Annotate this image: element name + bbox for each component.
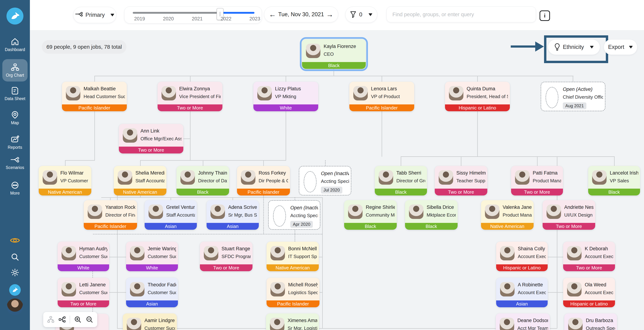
ethnicity-band: White xyxy=(126,264,178,271)
export-button[interactable]: Export xyxy=(604,39,637,55)
sidebar-item-map[interactable]: Map xyxy=(0,110,30,125)
open-position-card[interactable]: Open (Inactive)Accting SpecialistJul 202… xyxy=(299,166,351,196)
avatar xyxy=(130,282,144,296)
sidebar-item-dashboard[interactable]: Dashboard xyxy=(0,37,30,52)
sidebar-item-org-chart[interactable]: Org Chart xyxy=(0,63,30,78)
person-card[interactable]: Shelia MereditheStaff AccountantNative A… xyxy=(114,166,166,196)
person-name: Open (Inactive) xyxy=(290,205,318,211)
person-card[interactable]: Hyman AudryeCustomer Succes...White xyxy=(58,242,109,271)
person-card[interactable]: Sissy HimelmanTeacher Support ...Two or … xyxy=(435,166,487,196)
person-card[interactable]: Bonni McNellyIT Support Specia...Native … xyxy=(266,242,319,271)
person-card[interactable]: Lizzy PlatusVP MktingWhite xyxy=(254,82,318,111)
person-card[interactable]: Yanaton RockieDirector of FinancePacific… xyxy=(84,200,137,230)
connector-line xyxy=(190,76,190,82)
person-card[interactable]: Letti JaneneCustomer Succes...Two or Mor… xyxy=(58,278,109,307)
person-card[interactable]: Elwira ZonnyaVice President of FinanceTw… xyxy=(158,82,222,111)
sidebar-item-data-sheet[interactable]: Data Sheet xyxy=(0,86,30,101)
sidebar-settings[interactable] xyxy=(0,268,30,277)
person-card[interactable]: Patti FatmaProduct ManagerTwo or More xyxy=(511,166,563,196)
ethnicity-band: Two or More xyxy=(435,189,487,196)
person-card[interactable]: Ann LinkOffice Mgr/Exec AssistTwo or Mor… xyxy=(119,124,183,153)
timeline-tick: 2020 xyxy=(163,16,174,22)
person-name: Stuart Range xyxy=(222,246,251,252)
ethnicity-band: Black xyxy=(302,62,366,69)
person-card[interactable]: Jemie WaringCustomer Succes...White xyxy=(126,242,178,271)
person-card[interactable]: Shaina CollyAccount ExecutiveHispanic or… xyxy=(496,242,548,271)
avatar xyxy=(409,205,424,219)
person-card[interactable]: Deane DodsonAcct Mgr Team Le... xyxy=(496,313,550,330)
person-title: Account Executive xyxy=(585,290,613,295)
chart-view-toolbar[interactable] xyxy=(43,312,97,327)
person-name: Hyman Audrye xyxy=(79,246,107,252)
person-card[interactable]: Lancelot IrishVP SalesBlack xyxy=(588,166,640,196)
filter-dropdown[interactable]: 0 xyxy=(345,7,377,23)
person-card[interactable]: Gretel VenturaStaff AccountantAsian xyxy=(144,200,197,230)
app-logo[interactable] xyxy=(6,8,24,25)
ethnicity-band: Pacific Islander xyxy=(237,189,290,196)
prev-day-button[interactable]: ← xyxy=(269,11,276,18)
scenario-selector[interactable]: Primary xyxy=(73,7,116,23)
ethnicity-dropdown-button[interactable]: Ethnicity xyxy=(548,39,600,55)
sidebar-item-reports[interactable]: Reports xyxy=(0,135,30,150)
next-day-button[interactable]: → xyxy=(326,11,333,18)
person-card[interactable]: Johnny ThaineDirector of DataBlack xyxy=(176,166,229,196)
avatar xyxy=(270,318,284,330)
tree-horizontal-icon[interactable] xyxy=(58,316,66,323)
person-card[interactable]: Valenka JanetProduct ManagerNative Ameri… xyxy=(481,200,534,230)
info-button[interactable]: i xyxy=(540,11,550,21)
person-card[interactable]: Flo WilmarVP Customer Suc...Native Ameri… xyxy=(39,166,91,196)
open-position-card[interactable]: Open (Inactive)Accting SpecialistApr 202… xyxy=(268,200,320,230)
ethnicity-band: Pacific Islander xyxy=(84,223,137,230)
connector-line xyxy=(110,197,110,200)
person-card[interactable]: Dru BarbozaOutreach Speciali... xyxy=(564,313,617,330)
search-placeholder: Find people, groups, or enter query xyxy=(392,12,474,18)
person-name: Quinta Duma xyxy=(466,86,508,92)
current-date-label[interactable]: Tue, Nov 30, 2021 xyxy=(278,11,324,18)
connector-line xyxy=(118,257,126,257)
person-card[interactable]: Aamir LindgrenCustomer Succes... xyxy=(123,313,177,330)
timeline-progress[interactable] xyxy=(220,12,254,14)
person-card[interactable]: Adena ScrivensSr Mgr, Bus SysAsian xyxy=(206,200,259,230)
people-count-badge: 69 people, 9 open jobs, 78 total xyxy=(42,40,126,54)
person-name: Kayla Fiorenze xyxy=(324,44,364,49)
person-card[interactable]: Ola WeedAccount ExecutiveHispanic or Lat… xyxy=(563,278,615,307)
person-card[interactable]: Sibella DriceMktplace Ecomm...Black xyxy=(405,200,458,230)
avatar xyxy=(439,170,453,185)
watching-indicator[interactable] xyxy=(0,236,30,245)
sidebar-item-scenarios[interactable]: Scenarios xyxy=(0,156,30,170)
person-card[interactable]: Theodor FaddenCustomer Succes...Asian xyxy=(126,278,178,307)
connector-line xyxy=(286,76,286,82)
zoom-in-icon[interactable] xyxy=(74,315,82,323)
person-card[interactable]: Stuart RangeSFDC ProgrammerTwo or More xyxy=(200,242,252,271)
ethnicity-band: Two or More xyxy=(119,147,183,153)
person-title: Logistics Specialist xyxy=(288,290,318,295)
person-title: Customer Succes... xyxy=(144,325,175,330)
person-card[interactable]: Andriette NessaUI/UX Design LeadTwo or M… xyxy=(542,200,595,230)
search-input[interactable]: Find people, groups, or enter query xyxy=(386,7,536,22)
open-position-card[interactable]: Open (Active)Chief Diversity OfficerAug … xyxy=(541,82,606,111)
person-card[interactable]: Ximenes AmaliaSr Mgr, Logistics xyxy=(266,313,319,330)
person-card[interactable]: Malkah BeattieHead Customer SuccessPacif… xyxy=(62,82,127,111)
person-card[interactable]: Michell RoselynLogistics SpecialistPacif… xyxy=(266,278,320,307)
timeline-track[interactable] xyxy=(133,12,220,14)
person-card[interactable]: Quinta DumaPresident, Head of SalesHispa… xyxy=(445,82,510,111)
person-title: VP Mkting xyxy=(275,94,316,99)
timeline-slider[interactable]: 2019 2020 2021 2022 2023 xyxy=(124,7,262,24)
data-sheet-icon xyxy=(10,86,20,95)
person-card[interactable]: K DeborahAccount ExecutiveTwo or More xyxy=(563,242,615,271)
user-avatar[interactable] xyxy=(7,298,23,315)
sidebar-item-more[interactable]: More xyxy=(0,181,30,196)
person-card[interactable]: Lenora LarsVP of ProductPacific Islander xyxy=(349,82,414,111)
person-card[interactable]: Regine ShirlieCommunity MgrBlack xyxy=(344,200,397,230)
tree-vertical-icon[interactable] xyxy=(47,316,54,323)
zoom-out-icon[interactable] xyxy=(86,315,94,323)
sidebar-search[interactable] xyxy=(0,253,30,262)
person-card[interactable]: Ross ForkeyDir People & Cult...Pacific I… xyxy=(237,166,290,196)
person-card[interactable]: Tabb SherriDirector of GrowthBlack xyxy=(375,166,427,196)
ethnicity-band: Hispanic or Latino xyxy=(496,264,548,271)
org-logo-avatar[interactable] xyxy=(9,284,21,296)
connector-line xyxy=(140,196,141,197)
person-card[interactable]: Kayla FiorenzeCEOBlack xyxy=(302,39,366,69)
avatar xyxy=(500,246,514,260)
person-card[interactable]: A RobinetteAccount ExecutiveAsian xyxy=(496,278,548,307)
